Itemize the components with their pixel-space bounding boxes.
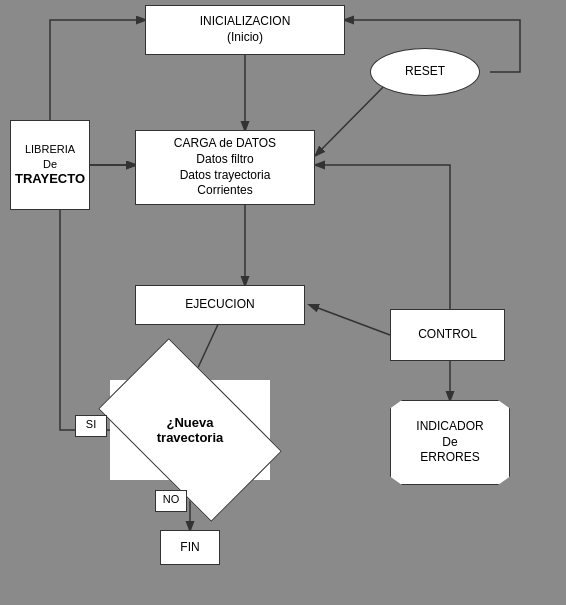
nueva-trayectoria-diamond: ¿Nueva travectoria	[110, 380, 270, 480]
inicializacion-label2: (Inicio)	[200, 30, 291, 46]
carga-label1: CARGA de DATOS	[174, 136, 276, 152]
inicializacion-label1: INICIALIZACION	[200, 14, 291, 30]
indicador-label1: INDICADOR	[416, 419, 483, 435]
libreria-box: LIBRERIA De TRAYECTO	[10, 120, 90, 210]
reset-box: RESET	[370, 48, 480, 96]
si-text: SI	[86, 418, 96, 430]
si-label-box: SI	[75, 415, 107, 437]
carga-label2: Datos filtro	[174, 152, 276, 168]
libreria-label3: TRAYECTO	[15, 171, 85, 188]
no-label-box: NO	[155, 490, 187, 512]
svg-line-3	[310, 305, 390, 335]
carga-label3: Datos trayectoria	[174, 168, 276, 184]
indicador-label2: De	[416, 435, 483, 451]
libreria-label1: LIBRERIA	[15, 142, 85, 156]
ejecucion-label: EJECUCION	[185, 297, 254, 313]
nueva-trayectoria-label: ¿Nueva travectoria	[157, 415, 223, 445]
inicializacion-box: INICIALIZACION (Inicio)	[145, 5, 345, 55]
carga-label4: Corrientes	[174, 183, 276, 199]
reset-label: RESET	[405, 64, 445, 80]
flowchart-diagram: INICIALIZACION (Inicio) LIBRERIA De TRAY…	[0, 0, 566, 605]
fin-label: FIN	[180, 540, 199, 556]
fin-box: FIN	[160, 530, 220, 565]
no-text: NO	[163, 493, 180, 505]
control-label: CONTROL	[418, 327, 477, 343]
ejecucion-box: EJECUCION	[135, 285, 305, 325]
carga-datos-box: CARGA de DATOS Datos filtro Datos trayec…	[135, 130, 315, 205]
libreria-label2: De	[15, 157, 85, 171]
indicador-errores-box: INDICADOR De ERRORES	[390, 400, 510, 485]
control-box: CONTROL	[390, 309, 505, 361]
indicador-label3: ERRORES	[416, 450, 483, 466]
